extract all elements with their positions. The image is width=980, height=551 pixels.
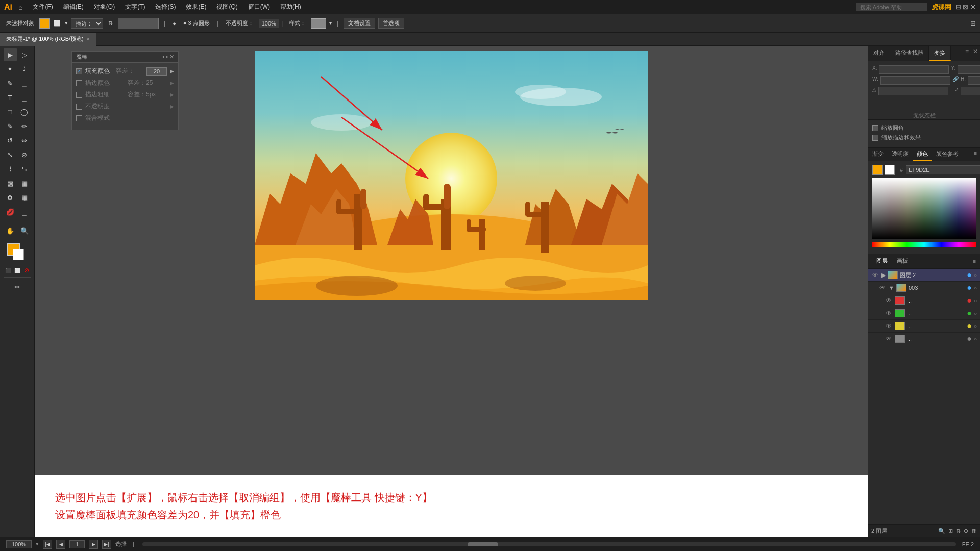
mirror-tool[interactable]: ⇔ — [18, 134, 31, 147]
preferences-btn[interactable]: 首选项 — [378, 18, 404, 29]
003-expand-icon[interactable]: ▼ — [889, 285, 894, 291]
more-tools-btn[interactable]: ••• — [11, 280, 24, 293]
slice-tool[interactable]: ▦ — [18, 191, 31, 204]
opacity-checkbox[interactable] — [76, 104, 82, 110]
transparency-tab[interactable]: 透明度 — [888, 148, 913, 161]
warp-tool[interactable]: ⌇ — [4, 162, 17, 176]
zoom-tool[interactable]: 🔍 — [18, 224, 31, 237]
select-tool[interactable]: ▶ — [4, 48, 17, 61]
prev-page-btn[interactable]: ◀ — [56, 540, 65, 549]
fill-swatch[interactable] — [872, 165, 883, 175]
layer-search-icon[interactable]: 🔍 — [938, 528, 945, 534]
layer-item-green[interactable]: 👁 ... ● ○ — [868, 307, 980, 320]
003-lock-icon[interactable]: ○ — [974, 285, 977, 291]
lasso-tool[interactable]: ⤸ — [18, 62, 31, 76]
stroke-color-checkbox[interactable] — [76, 80, 82, 86]
menu-window[interactable]: 窗口(W) — [244, 2, 274, 12]
width-tool[interactable]: ⇆ — [18, 162, 31, 176]
arrange-icon[interactable]: ⊞ — [970, 19, 976, 27]
hex-input[interactable] — [906, 165, 980, 174]
layers-panel-menu[interactable]: ≡ — [973, 258, 976, 264]
layer-item-red[interactable]: 👁 ... ● ○ — [868, 294, 980, 307]
gray-eye-icon[interactable]: 👁 — [885, 335, 893, 342]
window-controls[interactable]: ⊟ ⊠ ✕ — [955, 3, 976, 11]
layer-delete-icon[interactable]: 🗑 — [971, 528, 977, 534]
layer2-eye-icon[interactable]: 👁 — [871, 271, 879, 279]
style-arrow[interactable]: ▾ — [329, 20, 332, 26]
menu-file[interactable]: 文件(F) — [29, 2, 57, 12]
stroke-checkbox[interactable] — [872, 135, 878, 141]
menu-effect[interactable]: 效果(E) — [182, 2, 210, 12]
first-page-btn[interactable]: |◀ — [43, 540, 52, 549]
w-input[interactable] — [880, 76, 950, 85]
color-ref-tab[interactable]: 颜色参考 — [932, 148, 963, 161]
menu-select[interactable]: 选择(S) — [151, 2, 180, 12]
blend-mode-checkbox[interactable] — [76, 115, 82, 121]
shear-tool[interactable]: ⊘ — [18, 148, 31, 161]
shear-input[interactable] — [961, 87, 980, 95]
magic-wand-tool[interactable]: ✦ — [4, 62, 17, 76]
page-input[interactable] — [69, 540, 85, 548]
search-input[interactable] — [856, 3, 927, 11]
link-icon[interactable]: 🔗 — [952, 76, 959, 85]
color-tab[interactable]: 颜色 — [913, 148, 932, 161]
tab-close-btn[interactable]: × — [87, 36, 90, 42]
layer-item-gray[interactable]: 👁 ... ● ○ — [868, 333, 980, 345]
opacity-input[interactable] — [259, 19, 279, 28]
layer-item-layer2[interactable]: 👁 ▶ 图层 2 ● ○ — [868, 269, 980, 282]
horizontal-scrollbar[interactable] — [142, 542, 956, 546]
paintbrush-tool[interactable]: ✎ — [4, 119, 17, 133]
doc-settings-btn[interactable]: 文档设置 — [344, 18, 375, 29]
menu-view[interactable]: 视图(Q) — [212, 2, 241, 12]
color-gradient-picker[interactable] — [872, 178, 976, 239]
red-lock-icon[interactable]: ○ — [974, 298, 977, 304]
fill-color-swatch[interactable] — [39, 18, 50, 29]
document-tab[interactable]: 未标题-1* @ 100% (RGB/预览) × — [0, 33, 96, 46]
ellipse-tool[interactable]: ◯ — [18, 105, 31, 118]
direct-select-tool[interactable]: ▷ — [18, 48, 31, 61]
pen-tool[interactable]: ✎ — [4, 77, 17, 90]
angle-input[interactable] — [878, 87, 948, 95]
right-panel-close[interactable]: ✕ — [971, 46, 980, 61]
mode-select[interactable]: 播边： — [71, 18, 103, 29]
rotate-tool[interactable]: ↺ — [4, 134, 17, 147]
symbol-tool[interactable]: ✿ — [4, 191, 17, 204]
gray-lock-icon[interactable]: ○ — [974, 336, 977, 342]
hand-tool[interactable]: ✋ — [4, 224, 17, 237]
right-panel-menu[interactable]: ≡ — [963, 46, 971, 61]
rect-tool[interactable]: □ — [4, 105, 17, 118]
layer-add-page-icon[interactable]: ⊞ — [948, 528, 953, 534]
bar-graph-tool[interactable]: ▦ — [18, 177, 31, 190]
tolerance-arrow[interactable]: ▶ — [170, 68, 174, 74]
003-eye-icon[interactable]: 👁 — [878, 284, 887, 291]
zoom-arrow[interactable]: ▾ — [36, 541, 39, 547]
layer-create-icon[interactable]: ⊕ — [964, 528, 968, 534]
red-eye-icon[interactable]: 👁 — [885, 297, 893, 304]
pencil-tool[interactable]: ✏ — [18, 119, 31, 133]
scale-tool[interactable]: ⤡ — [4, 148, 17, 161]
layer2-lock-icon[interactable]: ○ — [974, 272, 977, 278]
zoom-input[interactable] — [6, 540, 32, 548]
green-lock-icon[interactable]: ○ — [974, 311, 977, 316]
scrollbar-thumb[interactable] — [468, 542, 498, 546]
menu-help[interactable]: 帮助(H) — [276, 2, 305, 12]
layer-item-yellow[interactable]: 👁 ... ● ○ — [868, 320, 980, 333]
stroke-width-checkbox[interactable] — [76, 92, 82, 98]
layers-tab[interactable]: 图层 — [872, 256, 892, 266]
panel-options[interactable]: • • ✕ — [162, 54, 174, 60]
menu-type[interactable]: 文字(T) — [121, 2, 149, 12]
eyedropper-tool[interactable]: 💋 — [4, 205, 17, 218]
h-input[interactable] — [968, 76, 980, 85]
yellow-eye-icon[interactable]: 👁 — [885, 322, 893, 330]
brush-options[interactable]: ▾ — [65, 20, 68, 27]
artboard-tab[interactable]: 画板 — [893, 256, 912, 266]
x-input[interactable] — [879, 65, 949, 74]
green-eye-icon[interactable]: 👁 — [885, 310, 893, 317]
gradient-tab[interactable]: 渐变 — [868, 148, 888, 161]
yellow-lock-icon[interactable]: ○ — [974, 323, 977, 329]
color-mode-icon[interactable]: ⬜ — [13, 266, 21, 274]
default-colors-icon[interactable]: ⬛ — [4, 266, 12, 274]
tolerance-input[interactable] — [146, 67, 167, 76]
pathfinder-tab[interactable]: 路径查找器 — [890, 46, 929, 61]
background-color[interactable] — [13, 249, 24, 260]
